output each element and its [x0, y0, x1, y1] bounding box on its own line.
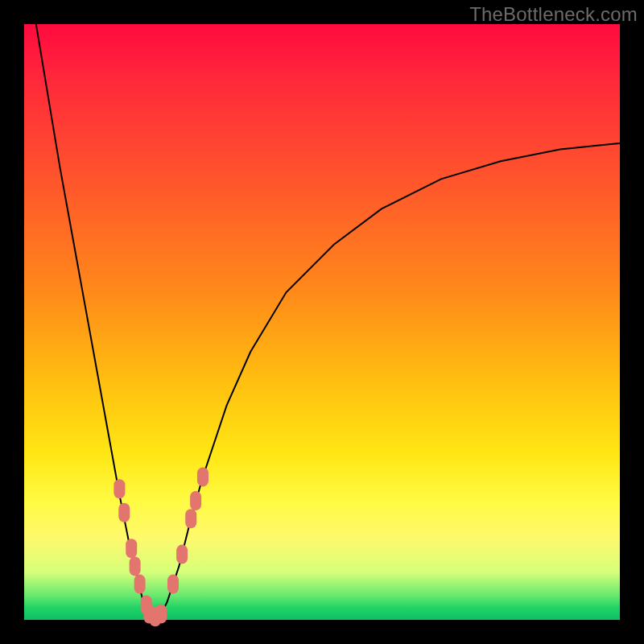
marker-dot [126, 539, 137, 558]
bottleneck-curve [36, 24, 620, 620]
marker-dot [167, 575, 179, 594]
marker-dot [176, 545, 188, 564]
highlight-markers [114, 467, 208, 626]
marker-dot [134, 575, 146, 594]
marker-dot [185, 509, 196, 528]
marker-dot [114, 479, 125, 498]
marker-dot [197, 467, 208, 486]
curve-svg [24, 24, 620, 620]
marker-dot [190, 491, 201, 510]
marker-dot [130, 556, 141, 576]
marker-dot [155, 605, 167, 624]
plot-area [24, 24, 620, 620]
watermark-text: TheBottleneck.com [469, 3, 638, 26]
marker-dot [118, 503, 130, 522]
chart-frame: TheBottleneck.com [0, 0, 644, 644]
